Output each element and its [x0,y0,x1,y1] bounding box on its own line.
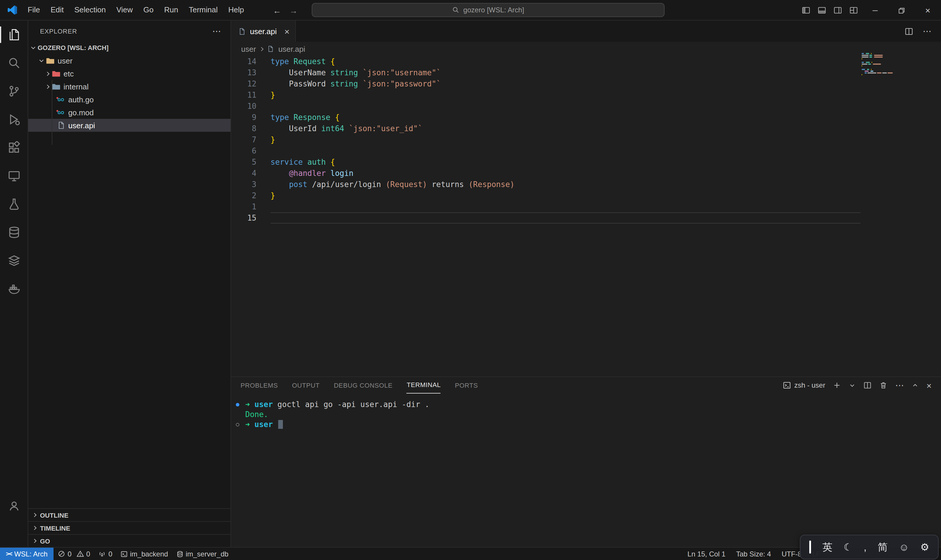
toggle-panel-icon[interactable] [814,0,830,21]
split-terminal-icon[interactable] [863,381,872,389]
tree-item-auth-go[interactable]: GOauth.go [28,93,231,106]
tree-item-user[interactable]: user [28,54,231,67]
code-line[interactable]: 11} [231,89,941,101]
code-line[interactable]: 3 post /api/user/login (Request) returns… [231,179,941,190]
window-controls: × [798,0,941,21]
minimap[interactable] [862,53,898,79]
line-number: 4 [231,169,263,178]
remote-explorer-icon[interactable] [0,162,28,190]
code-line[interactable]: 5service auth { [231,157,941,168]
problems-status[interactable]: 0 0 [54,548,94,560]
close-panel-icon[interactable]: × [926,380,932,390]
code-line[interactable]: 4 @handler login [231,168,941,179]
minimap-seg [866,53,869,54]
panel-tab-output[interactable]: OUTPUT [292,377,320,393]
tab-user-api[interactable]: user.api × [231,21,296,42]
explorer-more-actions-icon[interactable]: ⋯ [212,28,221,34]
minimap-line [862,69,898,70]
tree-item-etc[interactable]: etc [28,67,231,80]
explorer-icon[interactable] [0,21,28,49]
ime-settings-gear-icon[interactable]: ⚙ [920,542,930,552]
maximize-panel-icon[interactable] [912,382,919,389]
code-line[interactable]: 13 UserName string `json:"username"` [231,67,941,78]
status-tab-size[interactable]: Tab Size: 4 [731,550,776,558]
code-line[interactable]: 2} [231,190,941,201]
forward-arrow-icon[interactable]: → [289,6,298,15]
database-icon[interactable] [0,218,28,246]
terminal-text: Done. [245,410,268,419]
restore-icon[interactable] [888,0,915,21]
menu-selection[interactable]: Selection [69,0,111,20]
menu-edit[interactable]: Edit [45,0,69,20]
remote-indicator[interactable]: >< WSL: Arch [0,548,54,560]
layers-icon[interactable] [0,246,28,275]
terminal-dropdown-icon[interactable] [849,382,856,389]
code-line[interactable]: 10 [231,101,941,112]
code-line[interactable]: 14type Request { [231,56,941,67]
panel-tab-problems[interactable]: PROBLEMS [241,377,278,393]
ime-punctuation-icon[interactable]: , [864,542,866,552]
menu-view[interactable]: View [111,0,138,20]
status-im-server-db[interactable]: im_server_db [172,548,232,560]
code-line[interactable]: 1 [231,201,941,212]
close-window-icon[interactable]: × [915,0,941,21]
split-editor-icon[interactable] [904,27,913,35]
menu-file[interactable]: File [22,0,45,20]
status-im-backend[interactable]: im_backend [117,548,172,560]
tree-item-internal[interactable]: internal [28,80,231,93]
code-area[interactable]: 14type Request {13 UserName string `json… [231,56,941,223]
panel-tab-ports[interactable]: PORTS [455,377,478,393]
minimize-icon[interactable] [862,0,888,21]
panel-more-actions-icon[interactable]: ⋯ [895,383,904,388]
ime-emoji-icon[interactable]: ☺ [899,542,909,552]
back-arrow-icon[interactable]: ← [273,6,281,15]
menu-terminal[interactable]: Terminal [183,0,223,20]
panel-tab-debug-console[interactable]: DEBUG CONSOLE [334,377,392,393]
tab-close-icon[interactable]: × [284,27,290,35]
toggle-sidebar-icon[interactable] [798,0,814,21]
breadcrumb-file[interactable]: user.api [278,45,305,53]
new-terminal-icon[interactable] [833,381,841,389]
tree-item-user-api[interactable]: user.api [28,119,231,132]
terminal-viewport[interactable]: ➜ user goctl api go -api user.api -dir .… [231,394,941,429]
panel-tab-terminal[interactable]: TERMINAL [407,377,441,394]
menu-help[interactable]: Help [223,0,249,20]
docker-icon[interactable] [0,275,28,303]
command-decoration-hollow[interactable] [236,423,239,426]
kill-terminal-icon[interactable] [879,381,887,389]
section-outline[interactable]: OUTLINE [28,508,231,521]
code-line[interactable]: 9type Response { [231,112,941,123]
minimap-seg [862,71,864,72]
ime-halfwidth-moon-icon[interactable]: ☾ [844,542,853,552]
code-line[interactable]: 7} [231,134,941,145]
testing-icon[interactable] [0,190,28,218]
source-control-icon[interactable] [0,77,28,105]
section-go[interactable]: GO [28,534,231,547]
command-center-search[interactable]: gozero [WSL: Arch] [312,3,664,17]
customize-layout-icon[interactable] [846,0,862,21]
menu-run[interactable]: Run [159,0,183,20]
breadcrumb-folder[interactable]: user [241,45,256,53]
editor-more-actions-icon[interactable]: ⋯ [923,29,932,34]
extensions-icon[interactable] [0,134,28,162]
ime-lang-en-label[interactable]: 英 [823,542,832,552]
code-token: /api/user/login [307,180,386,189]
code-line[interactable]: 15 [231,212,941,223]
terminal-shell-item[interactable]: zsh - user [783,381,825,389]
ports-status[interactable]: 0 [94,548,117,560]
search-icon [452,6,459,14]
search-panel-icon[interactable] [0,49,28,77]
tree-item-go-mod[interactable]: GOgo.mod [28,106,231,119]
code-line[interactable]: 8 UserId int64 `json:"user_id"` [231,123,941,134]
section-timeline[interactable]: TIMELINE [28,521,231,534]
toggle-secondary-sidebar-icon[interactable] [830,0,846,21]
run-and-debug-icon[interactable] [0,105,28,134]
ime-simplified-label[interactable]: 简 [878,542,888,552]
menu-go[interactable]: Go [138,0,159,20]
command-decoration-filled[interactable] [236,403,239,406]
account-icon[interactable] [0,492,28,520]
code-line[interactable]: 6 [231,145,941,157]
status-cursor-position[interactable]: Ln 15, Col 1 [682,550,731,558]
code-line[interactable]: 12 PassWord string `json:"password"` [231,78,941,89]
tree-root-gozero[interactable]: GOZERO [WSL: ARCH] [28,41,231,54]
